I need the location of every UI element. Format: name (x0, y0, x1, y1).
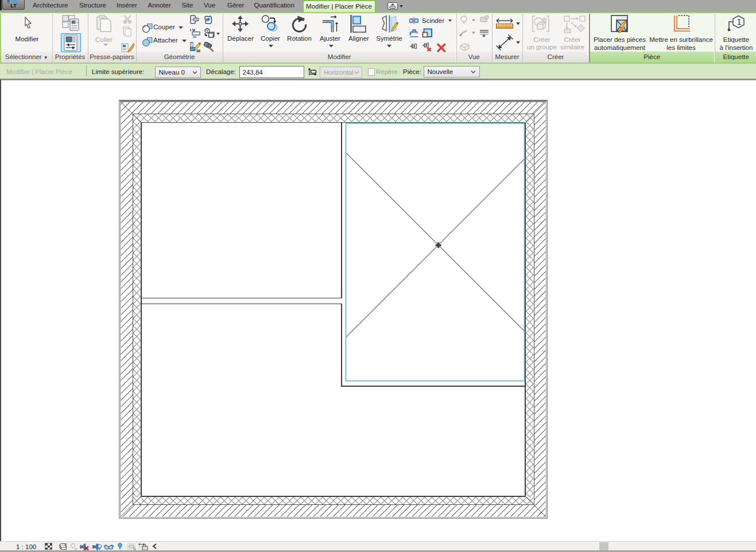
svg-text:1: 1 (737, 17, 742, 26)
